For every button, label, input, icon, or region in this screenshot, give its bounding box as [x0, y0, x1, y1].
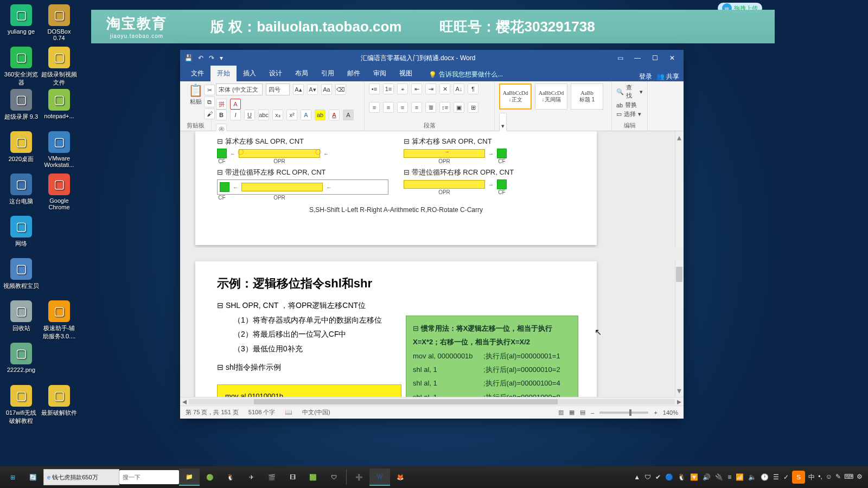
close-button[interactable]: ✕ [665, 53, 679, 63]
web-layout-icon[interactable]: ▤ [580, 409, 585, 416]
text-effects-icon[interactable]: A [301, 110, 311, 120]
login-button[interactable]: 登录 [639, 72, 652, 81]
bullets-icon[interactable]: •≡ [369, 84, 380, 94]
tray-icon[interactable]: ≡ [727, 473, 731, 481]
zoom-level[interactable]: 140% [663, 409, 678, 416]
video-editor2-icon[interactable]: 🎞 [282, 468, 303, 486]
enclose-char-icon[interactable]: A [230, 99, 241, 110]
style-option[interactable]: AaBb标题 1 [571, 84, 603, 110]
align-left-icon[interactable]: ≡ [369, 102, 380, 113]
explorer-icon[interactable]: 📁 [179, 468, 200, 486]
tray-icon[interactable]: 🐧 [678, 473, 686, 481]
align-center-icon[interactable]: ≡ [383, 102, 394, 113]
desktop-icon[interactable]: ▢DOSBox 0.74 [41, 4, 77, 41]
minimize-button[interactable]: — [630, 53, 644, 63]
word-taskbar-icon[interactable]: W [369, 468, 390, 486]
ribbon-tab[interactable]: 设计 [263, 66, 289, 81]
browser360-icon[interactable]: 🟢 [200, 468, 220, 486]
style-option[interactable]: AaBbCcDd↓无间隔 [535, 84, 567, 110]
scrollbar-thumb[interactable] [254, 399, 558, 404]
ribbon-tab[interactable]: 插入 [237, 66, 263, 81]
scroll-left-icon[interactable]: ◂ [180, 396, 189, 406]
tray-icon[interactable]: 📶 [736, 473, 744, 481]
clear-format-icon[interactable]: ⌫ [335, 84, 346, 95]
document-area[interactable]: ▴ ▾ ⊟ 算术左移 SAL OPR, CNT ← ◯◯← CFOPR [180, 131, 684, 406]
format-painter-icon[interactable]: 🖌 [204, 108, 215, 119]
highlight-icon[interactable]: ab [315, 110, 326, 120]
share-button[interactable]: 👥 共享 [656, 72, 679, 81]
start-button[interactable]: ⊞ [2, 468, 23, 486]
desktop-icon[interactable]: ▢超级录制视频文件 [41, 47, 77, 87]
shrink-font-icon[interactable]: A▾ [307, 84, 318, 95]
language-indicator[interactable]: 中文(中国) [302, 408, 330, 416]
zoom-slider[interactable] [599, 412, 648, 414]
taskbar[interactable]: ⊞ 🔄 e 钱七虎捐款650万 搜一下 📁 🟢 🐧 ✈ 🎬 🎞 🟩 🛡 ➕ W … [0, 466, 868, 488]
tray-icon[interactable]: ✓ [783, 473, 789, 481]
word-count[interactable]: 5108 个字 [248, 408, 276, 416]
feishu-icon[interactable]: ✈ [241, 468, 261, 486]
desktop-icon[interactable]: ▢yuliang ge [3, 4, 39, 35]
ime-emoji-icon[interactable]: ☺ [826, 473, 832, 482]
style-option[interactable]: AaBbCcDd↓正文 [499, 84, 532, 110]
line-spacing-icon[interactable]: ↕≡ [439, 102, 450, 113]
print-layout-icon[interactable]: ▦ [569, 409, 575, 416]
superscript-button[interactable]: x² [286, 110, 297, 120]
address-bar[interactable]: e 钱七虎捐款650万 [43, 469, 119, 485]
numbering-icon[interactable]: 1≡ [383, 84, 394, 94]
find-button[interactable]: 🔍查找▾ [616, 84, 643, 100]
desktop-icon[interactable]: ▢极速助手-辅助服务3.0.... [41, 300, 77, 341]
desktop-icon[interactable]: ▢网络 [3, 216, 39, 248]
spellcheck-icon[interactable]: 📖 [285, 409, 292, 416]
desktop-icon[interactable]: ▢超级录屏 9.3 [3, 89, 39, 121]
distribute-icon[interactable]: ≣ [425, 102, 436, 113]
ribbon-tab[interactable]: 文件 [184, 66, 210, 81]
shading-icon[interactable]: ▣ [454, 102, 464, 113]
font-size-select[interactable]: 四号 [266, 84, 290, 95]
ribbon-tab[interactable]: 邮件 [341, 66, 367, 81]
maximize-button[interactable]: ☐ [648, 53, 662, 63]
char-shading-icon[interactable]: A [343, 110, 354, 120]
ime-punct[interactable]: •, [818, 473, 822, 482]
tray-icon[interactable]: 🔵 [665, 473, 673, 481]
sogou-ime-icon[interactable]: S [792, 471, 805, 484]
green-app-icon[interactable]: 🟩 [303, 468, 323, 486]
ribbon-tab[interactable]: 布局 [289, 66, 315, 81]
cut-icon[interactable]: ✂ [204, 85, 215, 95]
taskbar-app[interactable]: 🔄 [23, 468, 43, 486]
sort-icon[interactable]: A↓ [454, 84, 464, 94]
tray-icon[interactable]: 🔌 [715, 473, 723, 481]
zoom-out-button[interactable]: – [591, 409, 594, 416]
ribbon-display-icon[interactable]: ▭ [613, 53, 627, 63]
ime-skin-icon[interactable]: ✎ [835, 473, 841, 482]
save-icon[interactable]: 💾 [184, 54, 193, 62]
qat-more-icon[interactable]: ▾ [220, 54, 223, 62]
ime-settings-icon[interactable]: ⚙ [857, 473, 863, 482]
bold-button[interactable]: B [216, 110, 227, 120]
desktop-icon[interactable]: ▢回收站 [3, 300, 39, 332]
tray-icon[interactable]: 🔊 [703, 473, 711, 481]
ribbon-tab[interactable]: 审阅 [367, 66, 393, 81]
qq-icon[interactable]: 🐧 [220, 468, 241, 486]
justify-icon[interactable]: ≡ [411, 102, 422, 113]
align-right-icon[interactable]: ≡ [397, 102, 408, 113]
multilevel-icon[interactable]: ⧞ [397, 84, 408, 94]
subscript-button[interactable]: x₂ [272, 110, 283, 120]
tray-icon[interactable]: 🔽 [690, 473, 698, 481]
scroll-down-icon[interactable]: ▾ [677, 386, 681, 396]
vertical-scrollbar[interactable]: ▴ ▾ [675, 131, 684, 406]
undo-icon[interactable]: ↶ [198, 54, 203, 62]
change-case-icon[interactable]: Aa [321, 84, 332, 95]
add-app-icon[interactable]: ➕ [349, 468, 369, 486]
strike-button[interactable]: abc [258, 110, 269, 120]
desktop-icon[interactable]: ▢Google Chrome [41, 174, 77, 210]
replace-button[interactable]: ab替换 [616, 101, 643, 109]
ime-mode[interactable]: 中 [808, 473, 815, 482]
desktop-icon[interactable]: ▢这台电脑 [3, 174, 39, 206]
taskbar-search[interactable]: 搜一下 [119, 470, 179, 484]
indent-inc-icon[interactable]: ⇥ [425, 84, 436, 94]
horizontal-scrollbar[interactable]: ◂ ▸ [180, 397, 684, 406]
grow-font-icon[interactable]: A▴ [293, 84, 304, 95]
tray-icon[interactable]: ▲ [634, 473, 640, 481]
tray-icon[interactable]: 🛡 [644, 473, 651, 481]
desktop-icon[interactable]: ▢360安全浏览器 [3, 47, 39, 87]
